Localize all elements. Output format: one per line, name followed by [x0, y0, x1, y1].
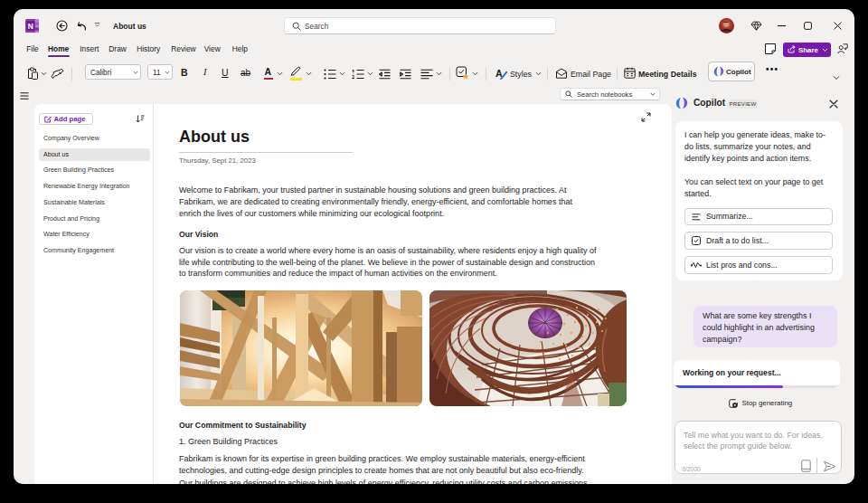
svg-text:N: N: [28, 22, 33, 31]
